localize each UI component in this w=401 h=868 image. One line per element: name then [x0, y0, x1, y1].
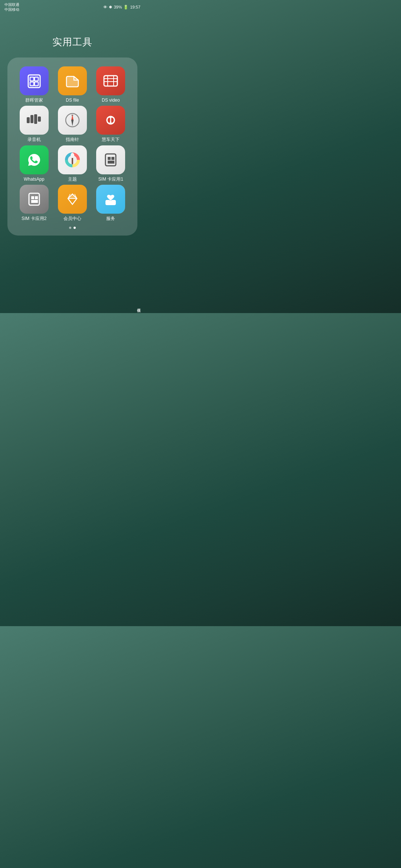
svg-rect-13	[38, 116, 41, 122]
svg-rect-12	[34, 114, 37, 124]
bluetooth-icon: ✱	[109, 5, 112, 10]
app-service[interactable]: 服务	[92, 185, 130, 221]
app-whatsapp[interactable]: WhatsApp	[15, 145, 53, 182]
app-icon-recorder	[20, 106, 49, 135]
app-icon-theme	[58, 145, 87, 174]
carrier1: 中国联通	[4, 2, 19, 7]
svg-rect-1	[30, 77, 34, 81]
pagination-dot-2	[74, 227, 76, 229]
app-label-member: 会员中心	[63, 216, 81, 221]
clock: 19:57	[130, 5, 140, 9]
svg-text:N: N	[72, 114, 73, 116]
status-bar: 中国联通 中国移动 👁 ✱ 39% 🔋 19:57	[0, 0, 145, 13]
app-icon-huchetianxia	[96, 106, 125, 135]
svg-rect-5	[104, 76, 117, 86]
app-dsvideo[interactable]: DS video	[92, 66, 130, 103]
pagination-dot-1	[69, 227, 71, 229]
battery-percent: 39%	[114, 5, 122, 9]
app-sim1[interactable]: SIM 卡应用1	[92, 145, 130, 182]
svg-rect-31	[31, 200, 38, 203]
status-indicators: 👁 ✱ 39% 🔋 19:57	[103, 5, 140, 10]
app-folder: 群晖管家 DS file DS	[7, 57, 137, 236]
battery-icon: 🔋	[123, 5, 128, 10]
carrier-info: 中国联通 中国移动	[4, 2, 19, 12]
app-label-sim1: SIM 卡应用1	[98, 177, 123, 182]
svg-rect-30	[35, 196, 38, 199]
svg-rect-10	[27, 117, 30, 123]
svg-rect-25	[108, 157, 111, 160]
carrier2: 中国移动	[4, 7, 19, 12]
app-label-service: 服务	[106, 216, 115, 221]
svg-point-23	[71, 153, 74, 158]
folder-title: 实用工具	[0, 36, 145, 49]
app-icon-member	[58, 185, 87, 214]
app-icon-compass: N	[58, 106, 87, 135]
app-icon-dsfile	[58, 66, 87, 95]
svg-rect-2	[35, 77, 38, 81]
svg-rect-4	[35, 82, 38, 86]
app-huchetianxia[interactable]: 慧车天下	[92, 106, 130, 142]
svg-rect-27	[108, 161, 114, 164]
app-label-dsfile: DS file	[66, 98, 79, 103]
app-member[interactable]: 会员中心	[53, 185, 91, 221]
app-label-huchetianxia: 慧车天下	[102, 137, 120, 142]
app-label-recorder: 录音机	[27, 137, 41, 142]
app-icon-sim2	[20, 185, 49, 214]
svg-rect-11	[30, 115, 33, 123]
app-theme[interactable]: 主题	[53, 145, 91, 182]
svg-rect-26	[111, 157, 114, 160]
app-icon-service	[96, 185, 125, 214]
app-label-theme: 主题	[68, 177, 77, 182]
app-label-sim2: SIM 卡应用2	[22, 216, 46, 221]
app-label-dsvideo: DS video	[102, 98, 120, 103]
svg-rect-29	[31, 196, 34, 199]
app-label-qunhui: 群晖管家	[25, 98, 43, 103]
app-grid: 群晖管家 DS file DS	[15, 66, 130, 221]
app-sim2[interactable]: SIM 卡应用2	[15, 185, 53, 221]
app-label-whatsapp: WhatsApp	[24, 177, 44, 182]
eye-icon: 👁	[103, 5, 107, 9]
svg-rect-3	[30, 82, 34, 86]
app-icon-qunhui	[20, 66, 49, 95]
app-icon-sim1	[96, 145, 125, 174]
app-compass[interactable]: N 指南针	[53, 106, 91, 142]
app-label-compass: 指南针	[66, 137, 79, 142]
app-icon-whatsapp	[20, 145, 49, 174]
app-qunhui[interactable]: 群晖管家	[15, 66, 53, 103]
app-icon-dsvideo	[96, 66, 125, 95]
pagination-dots	[15, 227, 130, 229]
app-recorder[interactable]: 录音机	[15, 106, 53, 142]
app-dsfile[interactable]: DS file	[53, 66, 91, 103]
